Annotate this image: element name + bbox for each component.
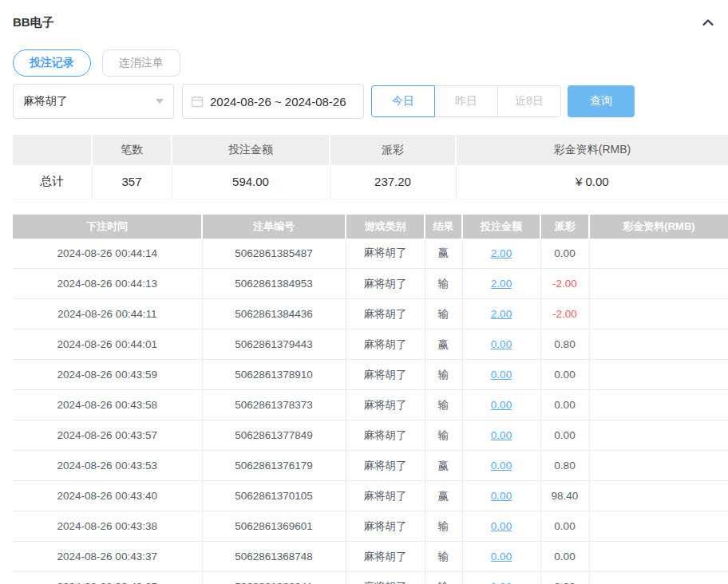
payout-cell: -2.00 xyxy=(540,269,589,299)
records-col-game-type: 游戏类别 xyxy=(346,215,425,239)
order-no-cell: 5062861376179 xyxy=(202,451,346,481)
order-no-cell: 5062861385487 xyxy=(202,239,346,269)
bet-time-cell: 2024-08-26 00:44:13 xyxy=(13,269,202,299)
order-no-cell: 5062861377849 xyxy=(202,420,346,451)
summary-total-payout: 237.20 xyxy=(330,165,456,199)
bet-amount-cell: 0.00 xyxy=(462,420,540,451)
bet-amount-cell: 0.00 xyxy=(462,451,540,481)
bet-time-cell: 2024-08-26 00:43:40 xyxy=(13,481,202,511)
bet-amount-link[interactable]: 2.00 xyxy=(491,308,512,320)
summary-col-bet-amount: 投注金额 xyxy=(172,135,330,165)
query-button[interactable]: 查询 xyxy=(568,85,635,117)
bet-amount-link[interactable]: 0.00 xyxy=(491,581,512,584)
calendar-icon xyxy=(191,95,204,108)
table-row: 2024-08-26 00:43:57 5062861377849 麻将胡了 输… xyxy=(13,420,728,451)
payout-cell: 0.00 xyxy=(540,511,589,542)
records-col-time: 下注时间 xyxy=(13,215,202,239)
bet-time-cell: 2024-08-26 00:43:38 xyxy=(13,511,202,542)
bet-time-cell: 2024-08-26 00:44:01 xyxy=(13,329,202,360)
summary-total-row: 总计 357 594.00 237.20 ¥ 0.00 xyxy=(13,165,728,199)
page-title: BB电子 xyxy=(13,15,54,30)
collapse-button[interactable] xyxy=(699,14,717,30)
order-no-cell: 5062861370105 xyxy=(202,481,346,511)
today-button[interactable]: 今日 xyxy=(371,85,435,117)
order-no-cell: 5062861378373 xyxy=(202,390,346,420)
bet-amount-link[interactable]: 0.00 xyxy=(491,490,512,502)
jackpot-cell xyxy=(589,239,728,269)
game-type-cell: 麻将胡了 xyxy=(346,542,425,572)
table-row: 2024-08-26 00:44:11 5062861384436 麻将胡了 输… xyxy=(13,299,728,329)
order-no-cell: 5062861368241 xyxy=(202,572,346,584)
bet-amount-link[interactable]: 0.00 xyxy=(491,460,512,472)
bet-amount-link[interactable]: 2.00 xyxy=(491,278,512,290)
game-type-cell: 麻将胡了 xyxy=(346,239,425,269)
bet-amount-link[interactable]: 0.00 xyxy=(491,369,512,381)
game-select[interactable]: 麻将胡了 xyxy=(13,84,174,119)
bet-time-cell: 2024-08-26 00:43:53 xyxy=(13,451,202,481)
bet-amount-link[interactable]: 0.00 xyxy=(491,429,512,441)
bet-amount-link[interactable]: 0.00 xyxy=(491,338,512,350)
bet-time-cell: 2024-08-26 00:43:57 xyxy=(13,420,202,451)
payout-cell: 0.00 xyxy=(540,360,589,390)
game-type-cell: 麻将胡了 xyxy=(346,269,425,299)
result-cell: 赢 xyxy=(425,481,462,511)
table-row: 2024-08-26 00:44:14 5062861385487 麻将胡了 赢… xyxy=(13,239,728,269)
jackpot-cell xyxy=(589,390,728,420)
game-type-cell: 麻将胡了 xyxy=(346,420,425,451)
bet-amount-cell: 0.00 xyxy=(462,390,540,420)
table-row: 2024-08-26 00:43:37 5062861368748 麻将胡了 输… xyxy=(13,542,728,572)
bet-amount-link[interactable]: 0.00 xyxy=(491,520,512,532)
bet-amount-link[interactable]: 0.00 xyxy=(491,399,512,411)
last-8-days-button[interactable]: 近8日 xyxy=(497,85,561,117)
game-type-cell: 麻将胡了 xyxy=(346,360,425,390)
record-type-tabs: 投注记录 连消注单 xyxy=(13,49,728,77)
game-type-cell: 麻将胡了 xyxy=(346,390,425,420)
records-col-result: 结果 xyxy=(425,215,462,239)
jackpot-cell xyxy=(589,511,728,542)
bet-time-cell: 2024-08-26 00:43:58 xyxy=(13,390,202,420)
payout-cell: 0.80 xyxy=(540,329,589,360)
order-no-cell: 5062861384953 xyxy=(202,269,346,299)
date-range-value: 2024-08-26 ~ 2024-08-26 xyxy=(210,95,346,109)
order-no-cell: 5062861369601 xyxy=(202,511,346,542)
table-row: 2024-08-26 00:43:40 5062861370105 麻将胡了 赢… xyxy=(13,481,728,511)
summary-table: 笔数 投注金额 派彩 彩金资料(RMB) 总计 357 594.00 237.2… xyxy=(13,135,728,199)
chevron-up-icon xyxy=(701,16,715,29)
records-header-row: 下注时间 注单编号 游戏类别 结果 投注金额 派彩 彩金资料(RMB) xyxy=(13,215,728,239)
records-col-order-no: 注单编号 xyxy=(202,215,346,239)
bet-amount-link[interactable]: 2.00 xyxy=(491,247,512,259)
summary-col-count: 笔数 xyxy=(92,135,172,165)
records-col-jackpot: 彩金资料(RMB) xyxy=(589,215,728,239)
result-cell: 输 xyxy=(425,420,462,451)
jackpot-cell xyxy=(589,572,728,584)
jackpot-cell xyxy=(589,299,728,329)
jackpot-cell xyxy=(589,542,728,572)
panel-header: BB电子 xyxy=(0,0,728,30)
result-cell: 赢 xyxy=(425,239,462,269)
jackpot-cell xyxy=(589,451,728,481)
summary-total-jackpot: ¥ 0.00 xyxy=(456,165,728,199)
jackpot-cell xyxy=(589,269,728,299)
bet-amount-cell: 0.00 xyxy=(462,360,540,390)
bet-time-cell: 2024-08-26 00:44:14 xyxy=(13,239,202,269)
tab-bet-records[interactable]: 投注记录 xyxy=(13,49,91,77)
result-cell: 赢 xyxy=(425,451,462,481)
bet-amount-link[interactable]: 0.00 xyxy=(491,550,512,562)
game-select-value: 麻将胡了 xyxy=(23,94,68,109)
payout-cell: 0.00 xyxy=(540,420,589,451)
bet-amount-cell: 2.00 xyxy=(462,299,540,329)
game-type-cell: 麻将胡了 xyxy=(346,451,425,481)
bet-time-cell: 2024-08-26 00:44:11 xyxy=(13,299,202,329)
table-row: 2024-08-26 00:44:13 5062861384953 麻将胡了 输… xyxy=(13,269,728,299)
order-no-cell: 5062861379443 xyxy=(202,329,346,360)
yesterday-button[interactable]: 昨日 xyxy=(434,85,498,117)
records-col-bet-amount: 投注金额 xyxy=(462,215,540,239)
jackpot-cell xyxy=(589,329,728,360)
tab-cascade-orders[interactable]: 连消注单 xyxy=(102,49,180,77)
date-range-input[interactable]: 2024-08-26 ~ 2024-08-26 xyxy=(182,84,364,119)
game-type-cell: 麻将胡了 xyxy=(346,329,425,360)
bet-time-cell: 2024-08-26 00:43:59 xyxy=(13,360,202,390)
order-no-cell: 5062861378910 xyxy=(202,360,346,390)
result-cell: 输 xyxy=(425,299,462,329)
payout-cell: 0.00 xyxy=(540,239,589,269)
